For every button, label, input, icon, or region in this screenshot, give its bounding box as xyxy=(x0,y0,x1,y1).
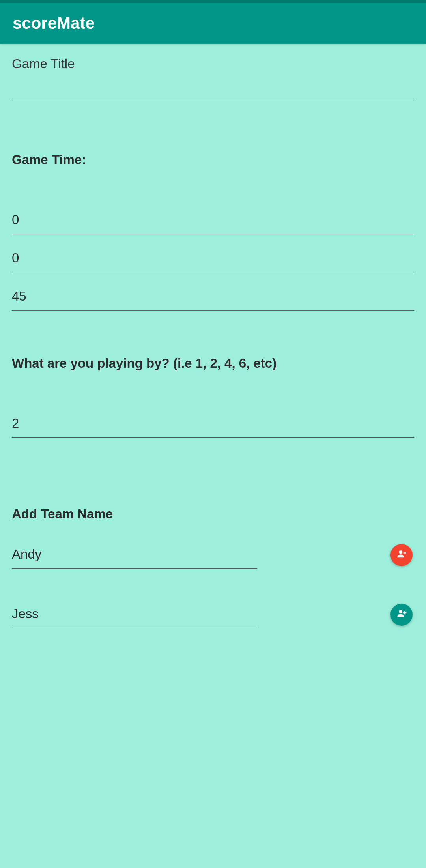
team-name-input-2[interactable] xyxy=(12,601,257,628)
person-remove-icon xyxy=(396,549,407,561)
game-time-input-1[interactable] xyxy=(12,207,414,234)
game-title-input[interactable] xyxy=(12,74,414,101)
game-time-input-2[interactable] xyxy=(12,245,414,272)
svg-rect-1 xyxy=(404,552,406,553)
game-time-input-3[interactable] xyxy=(12,283,414,311)
add-team-label: Add Team Name xyxy=(12,507,414,522)
playing-by-section: What are you playing by? (i.e 1, 2, 4, 6… xyxy=(12,356,414,438)
svg-rect-4 xyxy=(403,612,406,613)
game-title-label: Game Title xyxy=(12,56,414,71)
team-row-2 xyxy=(12,601,414,628)
status-bar xyxy=(0,0,426,3)
team-row-1 xyxy=(12,541,414,569)
person-add-icon xyxy=(396,608,407,621)
app-title: scoreMate xyxy=(13,14,413,33)
remove-team-button[interactable] xyxy=(390,544,413,566)
app-bar: scoreMate xyxy=(0,3,426,44)
team-section: Add Team Name xyxy=(12,507,414,628)
game-time-section: Game Time: xyxy=(12,152,414,311)
game-time-label: Game Time: xyxy=(12,152,414,167)
content: Game Title Game Time: What are you playi… xyxy=(0,44,426,628)
add-team-button[interactable] xyxy=(390,604,413,626)
game-title-field: Game Title xyxy=(12,56,414,101)
playing-by-label: What are you playing by? (i.e 1, 2, 4, 6… xyxy=(12,356,414,371)
team-name-input-1[interactable] xyxy=(12,541,257,569)
game-time-inputs xyxy=(12,207,414,311)
svg-point-0 xyxy=(399,550,402,554)
playing-by-input[interactable] xyxy=(12,410,414,438)
svg-point-2 xyxy=(399,610,402,613)
